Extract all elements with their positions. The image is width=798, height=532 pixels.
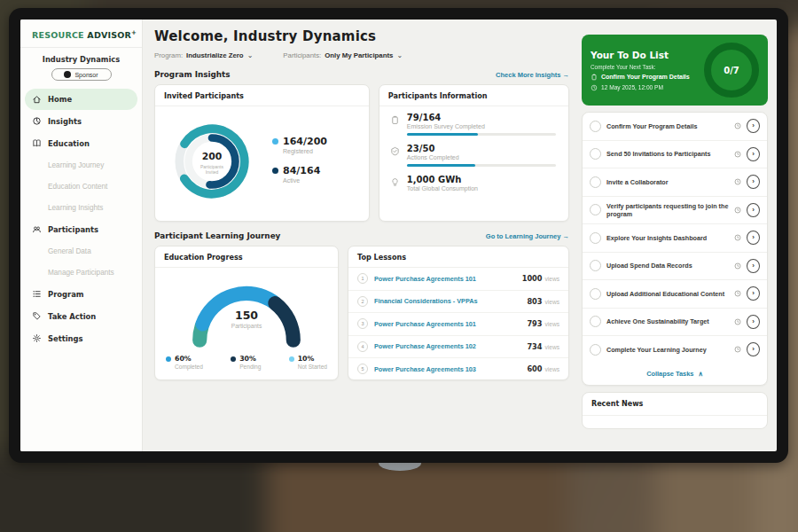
- link-label: Go to Learning Journey: [486, 232, 561, 240]
- task-label: Explore Your Insights Dashboard: [606, 230, 729, 246]
- legend-registered: 164/200 Registered: [272, 136, 327, 154]
- progress-track: [407, 133, 556, 136]
- task-checkbox[interactable]: [590, 148, 601, 160]
- clock-icon: [734, 151, 741, 158]
- go-to-learning-journey-link[interactable]: Go to Learning Journey →: [486, 232, 569, 240]
- take-action-icon: [32, 311, 42, 321]
- sidebar-item-program[interactable]: Program: [20, 283, 142, 305]
- chevron-down-icon[interactable]: ⌄: [396, 54, 403, 58]
- stat-label: Actions Completed: [407, 154, 558, 160]
- sidebar-item-label: Learning Journey: [48, 161, 104, 169]
- task-checkbox[interactable]: [590, 204, 601, 215]
- sidebar-item-label: Learning Insights: [48, 204, 103, 212]
- stat-label: Total Global Consumption: [407, 185, 558, 192]
- task-open-chevron[interactable]: ›: [747, 286, 760, 301]
- sidebar-item-label: Participants: [48, 225, 98, 234]
- sidebar-item-label: Program: [48, 290, 84, 299]
- task-row: Confirm Your Program Details ›: [583, 113, 767, 141]
- task-checkbox[interactable]: [590, 121, 601, 132]
- actions-check-icon: [390, 146, 400, 156]
- task-open-chevron[interactable]: ›: [747, 315, 760, 329]
- task-open-chevron[interactable]: ›: [747, 147, 760, 161]
- svg-text:Invited: Invited: [206, 170, 219, 175]
- participants-icon: [32, 224, 42, 234]
- sidebar: RESOURCE ADVISOR+ Industry Dynamics Spon…: [20, 20, 143, 451]
- resource-advisor-logo: RESOURCE ADVISOR+: [20, 20, 142, 48]
- invited-donut-chart: 200 Participants Invited: [164, 113, 260, 209]
- collapse-tasks-link[interactable]: Collapse Tasks ∧: [583, 364, 767, 385]
- sponsor-badge[interactable]: Sponsor: [51, 68, 112, 81]
- sidebar-item-education[interactable]: Education: [20, 132, 142, 154]
- stat-value: 1,000 GWh: [407, 175, 558, 184]
- task-checkbox[interactable]: [590, 260, 601, 271]
- todo-subtitle: Complete Your Next Task:: [591, 64, 690, 70]
- legend-label: Completed: [175, 364, 203, 370]
- task-open-chevron[interactable]: ›: [747, 175, 760, 189]
- task-checkbox[interactable]: [590, 344, 601, 356]
- task-open-chevron[interactable]: ›: [747, 203, 760, 217]
- task-open-chevron[interactable]: ›: [747, 119, 760, 133]
- monitor-bezel: RESOURCE ADVISOR+ Industry Dynamics Spon…: [9, 8, 788, 463]
- card-title: Top Lessons: [348, 246, 568, 268]
- task-row: Explore Your Insights Dashboard ›: [583, 224, 767, 253]
- task-open-chevron[interactable]: ›: [747, 231, 760, 245]
- sidebar-item-learning-journey[interactable]: Learning Journey: [20, 154, 142, 176]
- task-row: Invite a Collaborator ›: [583, 168, 767, 197]
- clock-icon: [734, 346, 741, 353]
- sidebar-item-insights[interactable]: Insights: [20, 110, 142, 132]
- task-list-card: Confirm Your Program Details › Send 50 I…: [582, 112, 768, 386]
- clock-icon: [591, 84, 598, 91]
- views-suffix: views: [545, 344, 560, 350]
- lesson-row: 2 Financial Considerations - VPPAs 803vi…: [348, 291, 568, 314]
- lesson-link[interactable]: Financial Considerations - VPPAs: [374, 297, 527, 305]
- task-checkbox[interactable]: [590, 176, 601, 188]
- sidebar-item-participants[interactable]: Participants: [20, 218, 142, 240]
- gauge-legend: 60% Completed 30% Pending 10%: [155, 353, 338, 370]
- task-open-chevron[interactable]: ›: [747, 342, 760, 356]
- svg-text:Participants: Participants: [200, 165, 223, 169]
- recent-news-card: Recent News: [582, 392, 768, 429]
- not-started-dot: [289, 356, 294, 362]
- progress-fill: [407, 133, 479, 136]
- lesson-link[interactable]: Power Purchase Agreements 102: [374, 342, 527, 350]
- sidebar-item-education-content[interactable]: Education Content: [20, 176, 142, 197]
- sidebar-item-take-action[interactable]: Take Action: [20, 305, 142, 327]
- task-checkbox[interactable]: [590, 232, 601, 244]
- task-checkbox[interactable]: [590, 288, 601, 300]
- views-count: 734: [527, 342, 542, 351]
- task-label: Send 50 Invitations to Participants: [606, 145, 729, 162]
- sidebar-item-learning-insights[interactable]: Learning Insights: [20, 197, 142, 218]
- task-checkbox[interactable]: [590, 316, 601, 327]
- rank-badge: 1: [357, 273, 368, 284]
- arrow-right-icon: →: [563, 71, 570, 79]
- views-suffix: views: [545, 276, 560, 282]
- sidebar-item-home[interactable]: Home: [25, 89, 137, 110]
- settings-gear-icon: [32, 333, 42, 343]
- clock-icon: [734, 262, 741, 270]
- chevron-down-icon[interactable]: ⌄: [247, 54, 254, 58]
- lesson-link[interactable]: Power Purchase Agreements 101: [374, 320, 527, 328]
- chevron-up-icon: ∧: [698, 370, 702, 378]
- sidebar-item-settings[interactable]: Settings: [20, 327, 142, 349]
- program-filter[interactable]: Program: Industrialize Zero ⌄: [154, 51, 253, 59]
- lesson-link[interactable]: Power Purchase Agreements 101: [374, 275, 522, 283]
- views-count: 600: [527, 364, 542, 373]
- task-open-chevron[interactable]: ›: [747, 259, 760, 273]
- main-content: Welcome, Industry Dynamics Program: Indu…: [143, 20, 579, 451]
- rank-badge: 5: [357, 364, 368, 374]
- rank-badge: 3: [357, 318, 368, 329]
- lesson-link[interactable]: Power Purchase Agreements 103: [374, 365, 527, 373]
- sidebar-item-manage-participants[interactable]: Manage Participants: [20, 262, 142, 283]
- participants-filter[interactable]: Participants: Only My Participants ⌄: [283, 51, 403, 59]
- sidebar-item-general-data[interactable]: General Data: [20, 240, 142, 262]
- task-label: Upload Spend Data Records: [606, 257, 729, 274]
- recent-news-title: Recent News: [583, 393, 767, 416]
- program-insights-title: Program Insights: [154, 70, 230, 79]
- filter-bar: Program: Industrialize Zero ⌄ Participan…: [154, 51, 569, 59]
- sidebar-item-label: Education Content: [48, 183, 107, 191]
- completed-dot: [166, 356, 171, 362]
- card-title: Invited Participants: [155, 85, 369, 106]
- stat-emission-survey: 79/164 Emission Survey Completed: [390, 113, 558, 136]
- logo-plus: +: [131, 29, 137, 36]
- check-more-insights-link[interactable]: Check More Insights →: [496, 71, 569, 79]
